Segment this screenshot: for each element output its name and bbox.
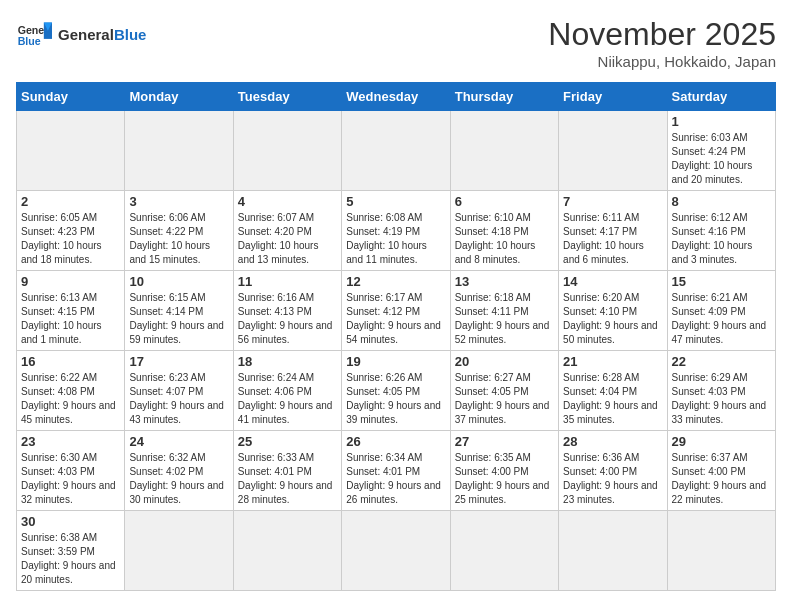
calendar-cell: 15Sunrise: 6:21 AM Sunset: 4:09 PM Dayli… [667,271,775,351]
calendar-cell: 14Sunrise: 6:20 AM Sunset: 4:10 PM Dayli… [559,271,667,351]
calendar-cell: 26Sunrise: 6:34 AM Sunset: 4:01 PM Dayli… [342,431,450,511]
calendar-cell: 30Sunrise: 6:38 AM Sunset: 3:59 PM Dayli… [17,511,125,591]
calendar-cell: 29Sunrise: 6:37 AM Sunset: 4:00 PM Dayli… [667,431,775,511]
calendar-cell: 18Sunrise: 6:24 AM Sunset: 4:06 PM Dayli… [233,351,341,431]
day-number: 28 [563,434,662,449]
calendar-cell: 6Sunrise: 6:10 AM Sunset: 4:18 PM Daylig… [450,191,558,271]
week-row-6: 30Sunrise: 6:38 AM Sunset: 3:59 PM Dayli… [17,511,776,591]
day-number: 3 [129,194,228,209]
calendar-cell: 5Sunrise: 6:08 AM Sunset: 4:19 PM Daylig… [342,191,450,271]
day-info: Sunrise: 6:13 AM Sunset: 4:15 PM Dayligh… [21,291,120,347]
day-number: 24 [129,434,228,449]
calendar-cell: 2Sunrise: 6:05 AM Sunset: 4:23 PM Daylig… [17,191,125,271]
day-info: Sunrise: 6:32 AM Sunset: 4:02 PM Dayligh… [129,451,228,507]
day-info: Sunrise: 6:06 AM Sunset: 4:22 PM Dayligh… [129,211,228,267]
calendar-cell: 21Sunrise: 6:28 AM Sunset: 4:04 PM Dayli… [559,351,667,431]
col-wednesday: Wednesday [342,83,450,111]
calendar-cell [125,111,233,191]
logo-icon: General Blue [16,16,52,52]
week-row-2: 2Sunrise: 6:05 AM Sunset: 4:23 PM Daylig… [17,191,776,271]
day-info: Sunrise: 6:11 AM Sunset: 4:17 PM Dayligh… [563,211,662,267]
col-tuesday: Tuesday [233,83,341,111]
day-number: 25 [238,434,337,449]
calendar-cell: 12Sunrise: 6:17 AM Sunset: 4:12 PM Dayli… [342,271,450,351]
day-number: 19 [346,354,445,369]
calendar-cell [450,111,558,191]
day-number: 18 [238,354,337,369]
day-info: Sunrise: 6:34 AM Sunset: 4:01 PM Dayligh… [346,451,445,507]
calendar-cell: 23Sunrise: 6:30 AM Sunset: 4:03 PM Dayli… [17,431,125,511]
day-info: Sunrise: 6:29 AM Sunset: 4:03 PM Dayligh… [672,371,771,427]
day-number: 4 [238,194,337,209]
day-number: 2 [21,194,120,209]
calendar-cell: 25Sunrise: 6:33 AM Sunset: 4:01 PM Dayli… [233,431,341,511]
day-info: Sunrise: 6:18 AM Sunset: 4:11 PM Dayligh… [455,291,554,347]
week-row-3: 9Sunrise: 6:13 AM Sunset: 4:15 PM Daylig… [17,271,776,351]
day-info: Sunrise: 6:07 AM Sunset: 4:20 PM Dayligh… [238,211,337,267]
day-number: 26 [346,434,445,449]
location: Niikappu, Hokkaido, Japan [548,53,776,70]
day-info: Sunrise: 6:38 AM Sunset: 3:59 PM Dayligh… [21,531,120,587]
day-info: Sunrise: 6:16 AM Sunset: 4:13 PM Dayligh… [238,291,337,347]
title-block: November 2025 Niikappu, Hokkaido, Japan [548,16,776,70]
calendar-cell: 4Sunrise: 6:07 AM Sunset: 4:20 PM Daylig… [233,191,341,271]
calendar-cell: 16Sunrise: 6:22 AM Sunset: 4:08 PM Dayli… [17,351,125,431]
day-number: 30 [21,514,120,529]
day-info: Sunrise: 6:36 AM Sunset: 4:00 PM Dayligh… [563,451,662,507]
day-number: 14 [563,274,662,289]
calendar: Sunday Monday Tuesday Wednesday Thursday… [16,82,776,591]
calendar-cell [667,511,775,591]
day-info: Sunrise: 6:15 AM Sunset: 4:14 PM Dayligh… [129,291,228,347]
week-row-5: 23Sunrise: 6:30 AM Sunset: 4:03 PM Dayli… [17,431,776,511]
day-number: 21 [563,354,662,369]
calendar-cell [233,511,341,591]
day-number: 29 [672,434,771,449]
day-number: 27 [455,434,554,449]
logo: General Blue GeneralBlue [16,16,146,52]
day-info: Sunrise: 6:27 AM Sunset: 4:05 PM Dayligh… [455,371,554,427]
calendar-cell: 28Sunrise: 6:36 AM Sunset: 4:00 PM Dayli… [559,431,667,511]
calendar-cell [342,511,450,591]
calendar-cell: 3Sunrise: 6:06 AM Sunset: 4:22 PM Daylig… [125,191,233,271]
calendar-cell: 24Sunrise: 6:32 AM Sunset: 4:02 PM Dayli… [125,431,233,511]
col-saturday: Saturday [667,83,775,111]
calendar-cell: 8Sunrise: 6:12 AM Sunset: 4:16 PM Daylig… [667,191,775,271]
day-number: 16 [21,354,120,369]
col-friday: Friday [559,83,667,111]
day-info: Sunrise: 6:33 AM Sunset: 4:01 PM Dayligh… [238,451,337,507]
calendar-cell: 1Sunrise: 6:03 AM Sunset: 4:24 PM Daylig… [667,111,775,191]
calendar-cell: 9Sunrise: 6:13 AM Sunset: 4:15 PM Daylig… [17,271,125,351]
calendar-cell: 27Sunrise: 6:35 AM Sunset: 4:00 PM Dayli… [450,431,558,511]
calendar-cell: 10Sunrise: 6:15 AM Sunset: 4:14 PM Dayli… [125,271,233,351]
day-info: Sunrise: 6:20 AM Sunset: 4:10 PM Dayligh… [563,291,662,347]
day-number: 22 [672,354,771,369]
day-info: Sunrise: 6:21 AM Sunset: 4:09 PM Dayligh… [672,291,771,347]
week-row-1: 1Sunrise: 6:03 AM Sunset: 4:24 PM Daylig… [17,111,776,191]
calendar-cell: 22Sunrise: 6:29 AM Sunset: 4:03 PM Dayli… [667,351,775,431]
calendar-cell: 19Sunrise: 6:26 AM Sunset: 4:05 PM Dayli… [342,351,450,431]
day-number: 12 [346,274,445,289]
day-info: Sunrise: 6:30 AM Sunset: 4:03 PM Dayligh… [21,451,120,507]
calendar-cell [559,511,667,591]
day-number: 10 [129,274,228,289]
calendar-cell [125,511,233,591]
day-info: Sunrise: 6:28 AM Sunset: 4:04 PM Dayligh… [563,371,662,427]
week-row-4: 16Sunrise: 6:22 AM Sunset: 4:08 PM Dayli… [17,351,776,431]
day-info: Sunrise: 6:03 AM Sunset: 4:24 PM Dayligh… [672,131,771,187]
calendar-cell [17,111,125,191]
day-info: Sunrise: 6:17 AM Sunset: 4:12 PM Dayligh… [346,291,445,347]
day-number: 11 [238,274,337,289]
col-sunday: Sunday [17,83,125,111]
day-info: Sunrise: 6:12 AM Sunset: 4:16 PM Dayligh… [672,211,771,267]
day-info: Sunrise: 6:22 AM Sunset: 4:08 PM Dayligh… [21,371,120,427]
calendar-cell: 20Sunrise: 6:27 AM Sunset: 4:05 PM Dayli… [450,351,558,431]
col-thursday: Thursday [450,83,558,111]
day-number: 17 [129,354,228,369]
calendar-cell: 13Sunrise: 6:18 AM Sunset: 4:11 PM Dayli… [450,271,558,351]
svg-text:Blue: Blue [18,35,41,47]
day-number: 15 [672,274,771,289]
day-number: 7 [563,194,662,209]
day-info: Sunrise: 6:05 AM Sunset: 4:23 PM Dayligh… [21,211,120,267]
col-monday: Monday [125,83,233,111]
month-title: November 2025 [548,16,776,53]
